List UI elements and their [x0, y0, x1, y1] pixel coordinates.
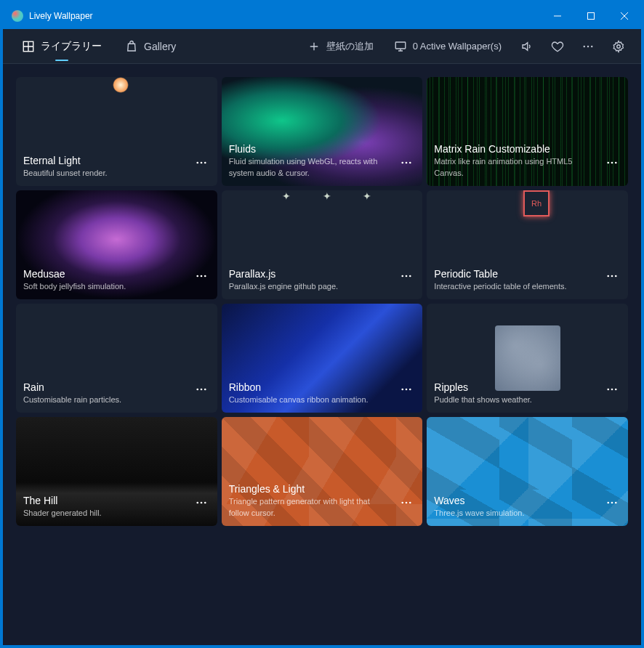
svg-point-15 [615, 162, 617, 164]
dots-icon [195, 156, 208, 169]
card-title: Ripples [434, 381, 596, 393]
svg-point-24 [615, 275, 617, 278]
svg-point-25 [196, 389, 198, 391]
svg-rect-0 [588, 13, 595, 20]
minimize-icon [554, 12, 561, 20]
monitor-icon [394, 40, 407, 53]
svg-point-29 [406, 389, 408, 391]
card-title: Fluids [229, 143, 391, 155]
active-wallpapers-button[interactable]: 0 Active Wallpaper(s) [385, 33, 510, 60]
card-more-button[interactable] [191, 493, 212, 513]
audio-button[interactable] [513, 33, 541, 60]
content-area: Eternal Light Beautiful sunset render. F… [3, 64, 641, 645]
tab-gallery-label: Gallery [144, 41, 176, 52]
dots-icon [195, 270, 208, 283]
favorite-button[interactable] [544, 33, 571, 60]
dots-icon [400, 270, 413, 283]
tab-library-label: ライブラリー [41, 40, 102, 53]
close-button[interactable] [608, 3, 641, 29]
card-more-button[interactable] [191, 266, 212, 286]
card-description: Customisable canvas ribbon animation. [229, 394, 391, 405]
wallpaper-card[interactable]: Parallax.js Parallax.js engine github pa… [222, 190, 423, 299]
card-more-button[interactable] [191, 379, 212, 400]
svg-point-27 [204, 389, 206, 391]
card-overlay: Ripples Puddle that shows weather. [427, 374, 628, 413]
card-more-button[interactable] [602, 153, 622, 173]
card-more-button[interactable] [396, 266, 416, 286]
svg-rect-2 [395, 42, 406, 49]
window-controls [541, 3, 641, 29]
card-more-button[interactable] [602, 379, 622, 400]
card-more-button[interactable] [602, 493, 622, 513]
svg-point-4 [587, 45, 589, 46]
dots-icon [400, 496, 413, 509]
card-title: Medusae [23, 268, 185, 280]
more-button[interactable] [574, 33, 602, 60]
add-wallpaper-label: 壁紙の追加 [326, 40, 374, 53]
card-title: Eternal Light [23, 155, 185, 166]
svg-point-20 [406, 275, 408, 278]
close-icon [621, 12, 628, 20]
wallpaper-card[interactable]: Ribbon Customisable canvas ribbon animat… [222, 304, 423, 413]
wallpaper-card[interactable]: Eternal Light Beautiful sunset render. [16, 77, 217, 186]
card-overlay: The Hill Shader generated hill. [16, 487, 217, 526]
card-more-button[interactable] [396, 153, 416, 173]
wallpaper-card[interactable]: Rain Customisable rain particles. [16, 304, 217, 413]
wallpaper-card[interactable]: Matrix Rain Customizable Matrix like rai… [427, 77, 628, 186]
card-more-button[interactable] [396, 493, 416, 513]
wallpaper-card[interactable]: Periodic Table Interactive periodic tabl… [427, 190, 628, 299]
tab-library[interactable]: ライブラリー [12, 29, 112, 64]
svg-point-14 [611, 162, 613, 164]
card-overlay: Parallax.js Parallax.js engine github pa… [222, 261, 423, 299]
toolbar: ライブラリー Gallery 壁紙の追加 0 Active Wallpaper(… [3, 29, 641, 64]
svg-point-17 [200, 275, 202, 278]
settings-button[interactable] [605, 33, 632, 60]
card-overlay: Rain Customisable rain particles. [16, 374, 217, 413]
wallpaper-grid: Eternal Light Beautiful sunset render. F… [16, 77, 628, 526]
tab-gallery[interactable]: Gallery [115, 29, 186, 64]
maximize-button[interactable] [574, 3, 608, 29]
card-description: Customisable rain particles. [23, 394, 185, 405]
dots-icon [195, 383, 208, 396]
dots-icon [605, 270, 619, 283]
grid-icon [22, 40, 35, 53]
card-title: Triangles & Light [229, 483, 391, 495]
card-title: Ribbon [229, 381, 391, 393]
card-more-button[interactable] [191, 153, 212, 173]
dots-icon [605, 496, 619, 509]
minimize-button[interactable] [541, 3, 574, 29]
add-wallpaper-button[interactable]: 壁紙の追加 [299, 33, 382, 60]
wallpaper-card[interactable]: Fluids Fluid simulation using WebGL, rea… [222, 77, 423, 186]
svg-point-16 [196, 275, 198, 278]
svg-point-28 [402, 389, 404, 391]
svg-point-5 [591, 45, 592, 46]
dots-icon [581, 40, 595, 53]
svg-point-11 [406, 162, 408, 164]
card-description: Fluid simulation using WebGL, reacts wit… [229, 156, 391, 179]
dots-icon [605, 156, 619, 169]
card-description: Parallax.js engine github page. [229, 281, 391, 292]
svg-point-7 [196, 162, 198, 164]
gear-icon [612, 40, 625, 53]
card-description: Puddle that shows weather. [434, 394, 596, 405]
svg-point-39 [409, 502, 411, 504]
card-title: Rain [23, 381, 185, 393]
wallpaper-card[interactable]: Medusae Soft body jellyfish simulation. [16, 190, 217, 299]
card-more-button[interactable] [396, 379, 416, 400]
card-more-button[interactable] [602, 266, 622, 286]
wallpaper-card[interactable]: The Hill Shader generated hill. [16, 417, 217, 526]
card-overlay: Periodic Table Interactive periodic tabl… [427, 261, 628, 299]
wallpaper-card[interactable]: Ripples Puddle that shows weather. [427, 304, 628, 413]
svg-point-3 [584, 45, 585, 46]
card-overlay: Matrix Rain Customizable Matrix like rai… [427, 136, 628, 186]
card-overlay: Triangles & Light Triangle pattern gener… [222, 476, 423, 526]
speaker-icon [520, 40, 534, 53]
app-icon [12, 10, 23, 22]
svg-point-6 [617, 44, 621, 48]
svg-point-37 [402, 502, 404, 504]
card-overlay: Waves Three.js wave simulation. [427, 487, 628, 526]
svg-point-18 [204, 275, 206, 278]
app-window: Lively Wallpaper ライブラリー Gallery 壁紙の追加 [3, 3, 641, 645]
wallpaper-card[interactable]: Triangles & Light Triangle pattern gener… [222, 417, 423, 526]
wallpaper-card[interactable]: Waves Three.js wave simulation. [427, 417, 628, 526]
